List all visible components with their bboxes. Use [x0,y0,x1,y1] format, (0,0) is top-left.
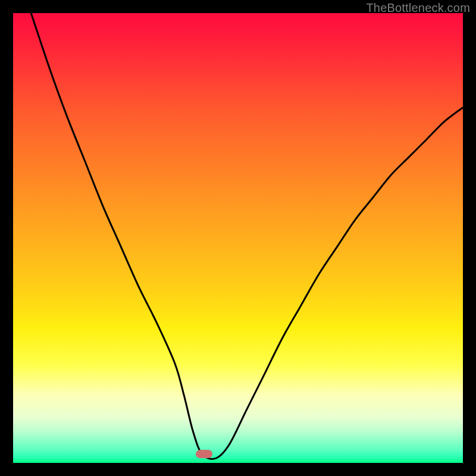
curve-svg [13,13,463,463]
plot-area [13,13,463,463]
optimal-marker [196,450,212,458]
chart-frame: TheBottleneck.com [0,0,476,476]
bottleneck-curve-path [31,13,463,459]
